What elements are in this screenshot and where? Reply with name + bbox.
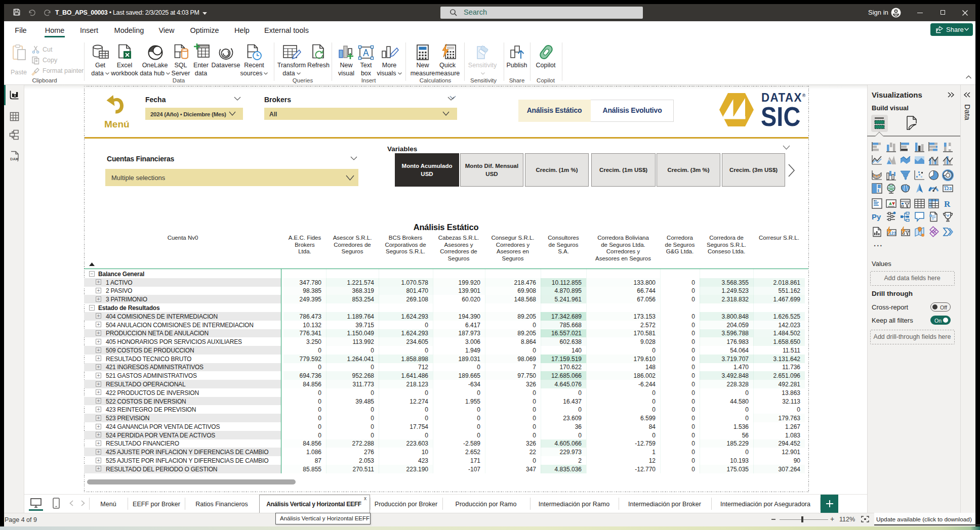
svg-text:R: R [944,199,951,209]
svg-text:Py: Py [872,212,881,221]
svg-text:123: 123 [944,186,952,191]
svg-text:DAX: DAX [10,157,18,161]
